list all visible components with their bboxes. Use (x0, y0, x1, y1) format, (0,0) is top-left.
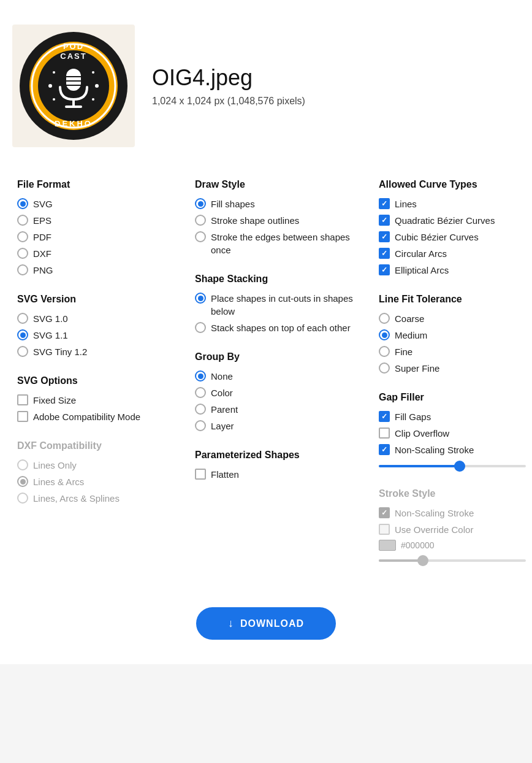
group-parent[interactable]: Parent (195, 403, 367, 416)
parameterized-shapes-section: Parameterized Shapes Flatten (195, 450, 367, 481)
draw-stroke-edges[interactable]: Stroke the edges between shapes once (195, 231, 367, 256)
format-eps[interactable]: EPS (17, 214, 183, 227)
clip-overflow-option[interactable]: Clip Overflow (379, 427, 532, 440)
curve-cubic[interactable]: Cubic Bézier Curves (379, 231, 532, 243)
non-scaling-stroke-checkbox[interactable] (379, 444, 390, 455)
tolerance-fine[interactable]: Fine (379, 345, 532, 358)
tolerance-super-fine[interactable]: Super Fine (379, 362, 532, 375)
dxf-lines-only-label: Lines Only (33, 459, 77, 472)
adobe-compat-option[interactable]: Adobe Compatibility Mode (17, 410, 183, 423)
fixed-size-option[interactable]: Fixed Size (17, 394, 183, 407)
dxf-lines-only-radio[interactable] (17, 459, 28, 470)
format-png-label: PNG (33, 264, 53, 277)
stroke-non-scaling-checkbox[interactable] (379, 507, 390, 518)
fixed-size-checkbox[interactable] (17, 394, 28, 405)
tolerance-coarse-label: Coarse (395, 312, 424, 325)
svg-11[interactable]: SVG 1.1 (17, 329, 183, 342)
format-pdf[interactable]: PDF (17, 231, 183, 243)
curve-elliptical-checkbox[interactable] (379, 264, 390, 275)
format-svg[interactable]: SVG (17, 197, 183, 210)
gap-filler-slider-thumb[interactable] (454, 461, 465, 472)
svg-options-title: SVG Options (17, 375, 183, 386)
tolerance-medium-radio[interactable] (379, 329, 390, 340)
tolerance-coarse[interactable]: Coarse (379, 312, 532, 325)
svg-10[interactable]: SVG 1.0 (17, 312, 183, 325)
fill-gaps-option[interactable]: Fill Gaps (379, 410, 532, 423)
group-color-label: Color (211, 386, 233, 399)
curve-circular[interactable]: Circular Arcs (379, 247, 532, 260)
curve-quadratic[interactable]: Quadratic Bézier Curves (379, 214, 532, 227)
flatten-checkbox[interactable] (195, 469, 206, 480)
tolerance-coarse-radio[interactable] (379, 313, 390, 324)
dxf-lines-arcs-radio[interactable] (17, 476, 28, 487)
stacking-cutouts-radio[interactable] (195, 293, 206, 304)
group-color-radio[interactable] (195, 387, 206, 398)
adobe-compat-checkbox[interactable] (17, 411, 28, 422)
group-layer[interactable]: Layer (195, 420, 367, 432)
tolerance-medium[interactable]: Medium (379, 329, 532, 342)
format-svg-radio[interactable] (17, 198, 28, 209)
group-color[interactable]: Color (195, 386, 367, 399)
curve-lines[interactable]: Lines (379, 197, 532, 210)
draw-stroke-edges-radio[interactable] (195, 231, 206, 242)
stacking-cutouts[interactable]: Place shapes in cut-outs in shapes below (195, 292, 367, 318)
stroke-override-color-checkbox[interactable] (379, 524, 390, 535)
gap-filler-slider-track[interactable] (379, 465, 526, 467)
curve-lines-checkbox[interactable] (379, 198, 390, 209)
dxf-lines-arcs-splines-radio[interactable] (17, 493, 28, 504)
format-pdf-radio[interactable] (17, 231, 28, 242)
group-layer-radio[interactable] (195, 420, 206, 431)
shape-stacking-section: Shape Stacking Place shapes in cut-outs … (195, 274, 367, 334)
download-section: ↓ DOWNLOAD (12, 607, 520, 640)
clip-overflow-checkbox[interactable] (379, 428, 390, 439)
stroke-override-color-option[interactable]: Use Override Color (379, 523, 532, 536)
format-dxf[interactable]: DXF (17, 247, 183, 260)
group-none[interactable]: None (195, 370, 367, 383)
flatten-label: Flatten (211, 468, 239, 481)
curve-elliptical-label: Elliptical Arcs (395, 264, 449, 277)
curve-circular-label: Circular Arcs (395, 247, 447, 260)
dxf-lines-arcs[interactable]: Lines & Arcs (17, 475, 183, 488)
svg-point-16 (92, 71, 94, 74)
svg-10-radio[interactable] (17, 313, 28, 324)
stacking-top-radio[interactable] (195, 322, 206, 333)
format-dxf-radio[interactable] (17, 248, 28, 259)
dxf-lines-arcs-splines[interactable]: Lines, Arcs & Splines (17, 492, 183, 505)
svg-version-title: SVG Version (17, 294, 183, 305)
tolerance-fine-radio[interactable] (379, 346, 390, 357)
draw-fill-label: Fill shapes (211, 197, 255, 210)
svg-text:CAST: CAST (60, 52, 86, 61)
stroke-style-slider-track[interactable] (379, 559, 526, 562)
format-png-radio[interactable] (17, 264, 28, 275)
draw-fill-shapes[interactable]: Fill shapes (195, 197, 367, 210)
stacking-top[interactable]: Stack shapes on top of each other (195, 321, 367, 334)
draw-stroke-outlines-radio[interactable] (195, 215, 206, 226)
svg-tiny-12[interactable]: SVG Tiny 1.2 (17, 345, 183, 358)
non-scaling-stroke-option[interactable]: Non-Scaling Stroke (379, 443, 532, 456)
curve-elliptical[interactable]: Elliptical Arcs (379, 264, 532, 277)
stroke-style-slider-thumb[interactable] (417, 555, 428, 566)
group-parent-radio[interactable] (195, 404, 206, 415)
svg-tiny-12-radio[interactable] (17, 346, 28, 357)
stacking-top-label: Stack shapes on top of each other (211, 321, 351, 334)
stroke-color-swatch[interactable] (379, 540, 396, 551)
curve-cubic-checkbox[interactable] (379, 231, 390, 242)
draw-fill-radio[interactable] (195, 198, 206, 209)
stroke-non-scaling-option[interactable]: Non-Scaling Stroke (379, 507, 532, 520)
dxf-lines-only[interactable]: Lines Only (17, 459, 183, 472)
format-eps-radio[interactable] (17, 215, 28, 226)
draw-stroke-outlines[interactable]: Stroke shape outlines (195, 214, 367, 227)
tolerance-super-fine-radio[interactable] (379, 362, 390, 374)
format-png[interactable]: PNG (17, 264, 183, 277)
draw-stroke-edges-label: Stroke the edges between shapes once (211, 231, 367, 256)
download-button[interactable]: ↓ DOWNLOAD (196, 607, 336, 640)
curve-quadratic-checkbox[interactable] (379, 215, 390, 226)
fill-gaps-checkbox[interactable] (379, 411, 390, 422)
curve-circular-checkbox[interactable] (379, 248, 390, 259)
svg-options-section: SVG Options Fixed Size Adobe Compatibili… (17, 375, 183, 423)
svg-10-label: SVG 1.0 (33, 312, 68, 325)
svg-11-radio[interactable] (17, 329, 28, 340)
flatten-option[interactable]: Flatten (195, 468, 367, 481)
group-none-radio[interactable] (195, 370, 206, 382)
download-label: DOWNLOAD (240, 618, 304, 629)
